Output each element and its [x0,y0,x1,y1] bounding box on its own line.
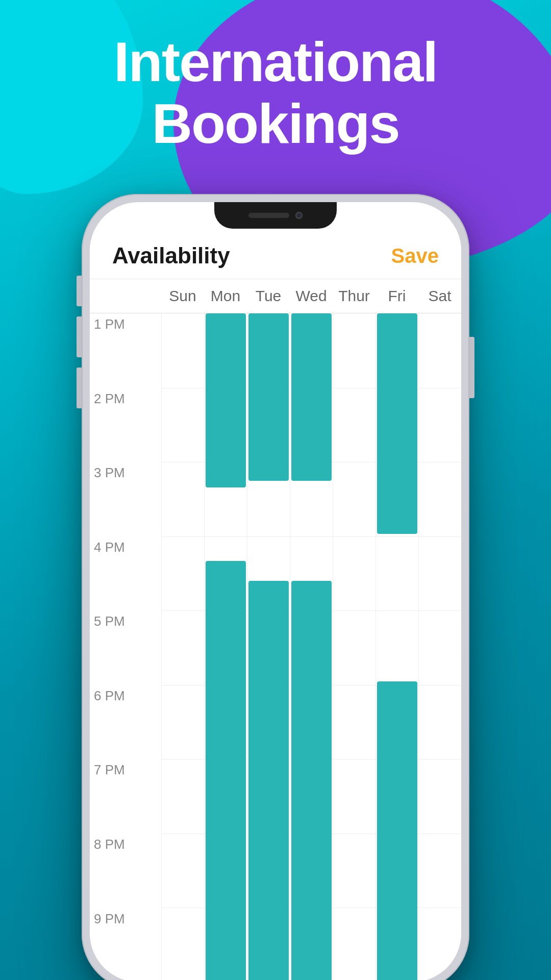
day-header-mon: Mon [204,287,247,305]
time-8pm: 8 PM [90,834,161,908]
day-col-sun[interactable] [161,313,204,980]
nav-bar: Availability Save [90,229,461,279]
day-col-fri[interactable] [375,313,418,980]
nav-title: Availability [112,243,230,268]
days-area [161,313,461,980]
time-4pm: 4 PM [90,536,161,611]
camera [295,212,303,219]
notch [214,202,337,229]
save-button[interactable]: Save [391,244,439,267]
day-header-fri: Fri [375,287,418,305]
speaker [248,213,289,218]
day-headers-row: Sun Mon Tue Wed Thur Fri Sat [90,279,461,313]
headline-text: International Bookings [41,31,510,154]
app-content: Availability Save Sun Mon Tue Wed Thur F… [90,229,461,980]
day-header-sun: Sun [161,287,204,305]
time-6pm: 6 PM [90,685,161,760]
time-3pm: 3 PM [90,462,161,536]
day-col-wed[interactable] [290,313,333,980]
time-column: 1 PM 2 PM 3 PM 4 PM 5 PM [90,313,161,980]
tue-block-2[interactable] [248,581,289,980]
power-button [469,337,474,398]
silent-switch [77,276,82,306]
phone-frame: Availability Save Sun Mon Tue Wed Thur F… [82,194,469,980]
time-7pm: 7 PM [90,759,161,834]
volume-down-button [77,368,82,408]
day-header-wed: Wed [290,287,333,305]
day-header-tue: Tue [247,287,290,305]
day-col-mon[interactable] [204,313,247,980]
time-9pm: 9 PM [90,908,161,981]
day-col-thur[interactable] [333,313,375,980]
phone-mockup: Availability Save Sun Mon Tue Wed Thur F… [82,194,469,980]
fri-block-2[interactable] [377,681,417,981]
schedule-grid: 1 PM 2 PM 3 PM 4 PM 5 PM [90,313,461,980]
tue-block-1[interactable] [248,313,289,481]
wed-block-1[interactable] [291,313,332,481]
day-header-thur: Thur [333,287,375,305]
time-2pm: 2 PM [90,388,161,462]
time-1pm: 1 PM [90,313,161,388]
volume-up-button [77,316,82,357]
time-5pm: 5 PM [90,610,161,685]
mon-block-1[interactable] [206,313,246,487]
fri-block-1[interactable] [377,313,417,534]
day-col-tue[interactable] [247,313,290,980]
day-col-sat[interactable] [418,313,461,980]
wed-block-2[interactable] [291,581,332,980]
mon-block-2[interactable] [206,561,246,980]
day-header-sat: Sat [418,287,461,305]
headline-section: International Bookings [0,31,551,154]
phone-screen: Availability Save Sun Mon Tue Wed Thur F… [90,202,461,980]
